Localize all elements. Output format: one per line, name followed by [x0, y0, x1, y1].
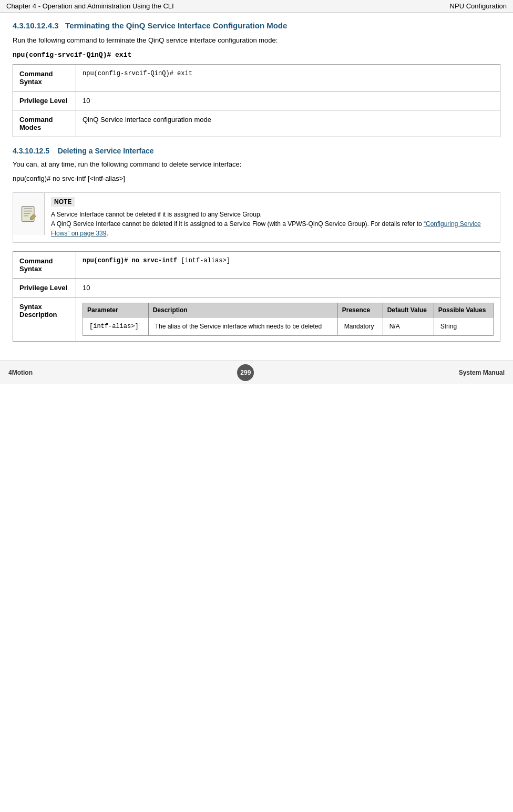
section2-command-bold: npu(config)# no srvc-intf [83, 257, 177, 264]
section1-modes-value: QinQ Service interface configuration mod… [76, 110, 500, 137]
section1-modes-label: Command Modes [13, 110, 76, 137]
svg-rect-3 [24, 213, 30, 214]
section2-syntax-row: Syntax Description Parameter Description… [13, 297, 500, 341]
section2-privilege-row: Privilege Level 10 [13, 278, 500, 297]
section1-command-value: npu(config-srvcif-QinQ)# exit [76, 64, 500, 91]
syntax-param: [intf-alias>] [83, 317, 149, 335]
section1-privilege-label: Privilege Level [13, 91, 76, 110]
section2-heading: 4.3.10.12.5 Deleting a Service Interface [13, 147, 500, 155]
section2-syntax-table-cell: Parameter Description Presence Default V… [76, 297, 500, 341]
header-left: Chapter 4 - Operation and Administration… [6, 2, 174, 10]
note-line1: A Service Interface cannot be deleted if… [51, 211, 262, 218]
section2-privilege-label: Privilege Level [13, 278, 76, 297]
section2-command-label: Command Syntax [13, 251, 76, 278]
syntax-presence: Mandatory [337, 317, 383, 335]
syntax-col-default: Default Value [383, 303, 434, 317]
note-text: A Service Interface cannot be deleted if… [51, 210, 494, 238]
footer-right: System Manual [459, 369, 505, 376]
footer-left: 4Motion [8, 369, 33, 376]
section1-privilege-value: 10 [76, 91, 500, 110]
note-content: NOTE A Service Interface cannot be delet… [45, 193, 500, 242]
syntax-col-parameter: Parameter [83, 303, 149, 317]
section2-command-display: npu(config)# no srvc-intf [<intf-alias>] [13, 173, 500, 184]
note-line2-end: . [106, 230, 108, 237]
syntax-table-row: [intf-alias>] The alias of the Service i… [83, 317, 494, 335]
section1-command-label: Command Syntax [13, 64, 76, 91]
syntax-default: N/A [383, 317, 434, 335]
section2-syntax-label: Syntax Description [13, 297, 76, 341]
note-container: NOTE A Service Interface cannot be delet… [13, 192, 500, 243]
note-title: NOTE [51, 197, 75, 207]
section1-info-table: Command Syntax npu(config-srvcif-QinQ)# … [13, 64, 500, 137]
pencil-icon [19, 204, 38, 223]
section2-command-normal: [intf-alias>] [177, 257, 230, 264]
section2-privilege-value: 10 [76, 278, 500, 297]
footer-page-number: 299 [237, 364, 254, 381]
syntax-possible: String [434, 317, 493, 335]
syntax-desc: The alias of the Service interface which… [148, 317, 337, 335]
svg-rect-4 [24, 215, 28, 216]
section2-command-mixed: npu(config)# no srvc-intf [intf-alias>] [83, 257, 230, 264]
page-header: Chapter 4 - Operation and Administration… [0, 0, 513, 13]
section1-command-display: npu(config-srvcif-QinQ)# exit [13, 51, 500, 59]
section2-number: 4.3.10.12.5 [13, 147, 49, 155]
syntax-col-description: Description [148, 303, 337, 317]
syntax-table-header-row: Parameter Description Presence Default V… [83, 303, 494, 317]
syntax-col-presence: Presence [337, 303, 383, 317]
main-content: 4.3.10.12.4.3 Terminating the QinQ Servi… [0, 13, 513, 350]
section1-command-syntax-row: Command Syntax npu(config-srvcif-QinQ)# … [13, 64, 500, 91]
section1-body1: Run the following command to terminate t… [13, 35, 500, 46]
section1-number: 4.3.10.12.4.3 [13, 21, 59, 30]
svg-rect-2 [24, 210, 32, 211]
section2-command-syntax-row: Command Syntax npu(config)# no srvc-intf… [13, 251, 500, 278]
section2-title: Deleting a Service Interface [58, 147, 154, 155]
section1-modes-row: Command Modes QinQ Service interface con… [13, 110, 500, 137]
note-line2: A QinQ Service Interface cannot be delet… [51, 220, 424, 228]
section1-heading: 4.3.10.12.4.3 Terminating the QinQ Servi… [13, 21, 500, 30]
header-right: NPU Configuration [450, 2, 507, 10]
section2-info-table: Command Syntax npu(config)# no srvc-intf… [13, 251, 500, 342]
section2-command-value: npu(config)# no srvc-intf [intf-alias>] [76, 251, 500, 278]
syntax-col-possible: Possible Values [434, 303, 493, 317]
section1-title: Terminating the QinQ Service Interface C… [65, 21, 287, 30]
note-icon [13, 193, 45, 235]
section2-body1: You can, at any time, run the following … [13, 159, 500, 170]
syntax-description-table: Parameter Description Presence Default V… [83, 303, 494, 336]
section1-privilege-row: Privilege Level 10 [13, 91, 500, 110]
page-footer: 4Motion 299 System Manual [0, 361, 513, 384]
svg-rect-1 [24, 208, 32, 209]
